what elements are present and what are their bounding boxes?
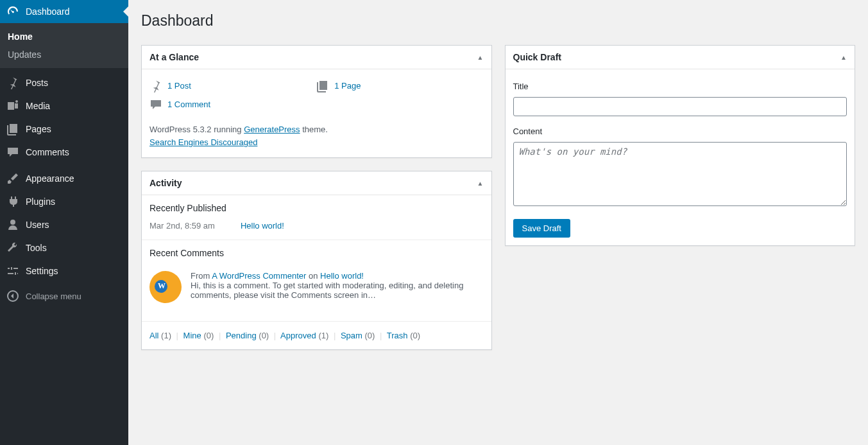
sidebar-item-dashboard[interactable]: Dashboard: [0, 0, 128, 23]
widget-header[interactable]: Quick Draft ▲: [506, 46, 855, 69]
sidebar-item-appearance[interactable]: Appearance: [0, 167, 128, 190]
count: (1): [318, 331, 328, 340]
sidebar-item-plugins[interactable]: Plugins: [0, 190, 128, 213]
filter-trash[interactable]: Trash: [387, 331, 408, 340]
theme-link[interactable]: GeneratePress: [244, 125, 300, 134]
version-text: WordPress 5.3.2 running: [149, 125, 244, 134]
count: (0): [410, 331, 420, 340]
chevron-up-icon[interactable]: ▲: [840, 54, 847, 61]
page-icon: [6, 123, 19, 135]
widget-title: Quick Draft: [513, 52, 561, 62]
page-icon: [316, 80, 329, 92]
sidebar-item-users[interactable]: Users: [0, 213, 128, 236]
media-icon: [6, 100, 19, 112]
count: (1): [161, 331, 171, 340]
widget-header[interactable]: At a Glance ▲: [142, 46, 491, 69]
recent-comments-title: Recent Comments: [142, 240, 491, 262]
widget-header[interactable]: Activity ▲: [142, 171, 491, 195]
widget-title: At a Glance: [149, 52, 199, 62]
comment-item: From A WordPress Commenter on Hello worl…: [142, 262, 491, 321]
dashboard-widgets: At a Glance ▲ 1 Post 1 Page: [141, 45, 855, 350]
widget-title: Activity: [149, 178, 182, 188]
collapse-label: Collapse menu: [26, 292, 81, 301]
draft-content-textarea[interactable]: [513, 142, 847, 206]
count: (0): [259, 331, 269, 340]
sidebar-item-label: Posts: [26, 78, 48, 88]
sidebar-item-label: Comments: [26, 147, 69, 157]
glance-stats-list: 1 Post 1 Page 1 Comment: [149, 77, 484, 114]
sidebar-item-label: Users: [26, 220, 49, 230]
sidebar-item-pages[interactable]: Pages: [0, 118, 128, 141]
quick-draft-widget: Quick Draft ▲ Title Content Save Draft: [505, 45, 856, 246]
comment-meta: From A WordPress Commenter on Hello worl…: [191, 271, 484, 281]
column-left: At a Glance ▲ 1 Post 1 Page: [141, 45, 492, 350]
sidebar-item-label: Plugins: [26, 196, 55, 207]
collapse-icon: [6, 290, 19, 302]
title-label: Title: [513, 80, 847, 94]
sidebar-submenu: Home Updates: [0, 23, 128, 68]
at-a-glance-widget: At a Glance ▲ 1 Post 1 Page: [141, 45, 492, 158]
sliders-icon: [6, 265, 19, 277]
comment-author-link[interactable]: A WordPress Commenter: [212, 271, 306, 281]
sidebar-item-comments[interactable]: Comments: [0, 141, 128, 164]
avatar: [149, 271, 182, 303]
filter-pending[interactable]: Pending: [226, 331, 257, 340]
posts-link[interactable]: 1 Post: [167, 80, 191, 93]
chevron-up-icon[interactable]: ▲: [477, 180, 484, 187]
user-icon: [6, 218, 19, 231]
activity-widget: Activity ▲ Recently Published Mar 2nd, 8…: [141, 171, 492, 350]
sidebar-sub-home[interactable]: Home: [0, 28, 128, 46]
draft-title-input[interactable]: [513, 97, 847, 116]
sidebar-item-media[interactable]: Media: [0, 94, 128, 118]
count: (0): [203, 331, 214, 340]
from-prefix: From: [191, 271, 212, 281]
collapse-menu-button[interactable]: Collapse menu: [0, 284, 128, 308]
glance-pages: 1 Page: [316, 77, 483, 96]
save-draft-button[interactable]: Save Draft: [513, 219, 570, 238]
pages-link[interactable]: 1 Page: [334, 80, 361, 93]
comment-filters: All (1) | Mine (0) | Pending (0) | Appro…: [142, 321, 491, 349]
chevron-up-icon[interactable]: ▲: [477, 54, 484, 61]
dashboard-icon: [6, 5, 19, 18]
recently-published-title: Recently Published: [142, 195, 491, 217]
sidebar-item-settings[interactable]: Settings: [0, 259, 128, 283]
sidebar-item-posts[interactable]: Posts: [0, 71, 128, 94]
sidebar-item-label: Pages: [26, 124, 51, 134]
version-suffix: theme.: [300, 125, 328, 134]
plug-icon: [6, 195, 19, 208]
wrench-icon: [6, 241, 19, 254]
column-right: Quick Draft ▲ Title Content Save Draft: [505, 45, 856, 246]
comment-excerpt: Hi, this is a comment. To get started wi…: [191, 281, 484, 300]
comment-icon: [149, 98, 162, 111]
sidebar-item-label: Tools: [26, 243, 47, 253]
comments-link[interactable]: 1 Comment: [167, 98, 210, 112]
pin-icon: [6, 76, 19, 89]
published-post-row: Mar 2nd, 8:59 am Hello world!: [142, 217, 491, 240]
filter-mine[interactable]: Mine: [183, 331, 201, 340]
sidebar-item-tools[interactable]: Tools: [0, 236, 128, 259]
glance-posts: 1 Post: [149, 77, 316, 96]
sidebar-sub-updates[interactable]: Updates: [0, 46, 128, 64]
count: (0): [365, 331, 375, 340]
brush-icon: [6, 172, 19, 185]
published-post-link[interactable]: Hello world!: [241, 221, 284, 231]
sidebar-item-label: Dashboard: [26, 6, 70, 17]
admin-sidebar: Dashboard Home Updates Posts Media Pages…: [0, 0, 128, 363]
sidebar-item-label: Media: [26, 101, 50, 111]
pin-icon: [149, 80, 162, 92]
sidebar-item-label: Settings: [26, 266, 58, 276]
filter-all[interactable]: All: [149, 331, 158, 340]
glance-footer: WordPress 5.3.2 running GeneratePress th…: [149, 123, 484, 150]
on-text: on: [306, 271, 320, 281]
filter-spam[interactable]: Spam: [341, 331, 362, 340]
search-engines-link[interactable]: Search Engines Discouraged: [149, 137, 257, 147]
comment-icon: [6, 146, 19, 159]
content-label: Content: [513, 125, 847, 139]
page-title: Dashboard: [141, 6, 855, 32]
sidebar-item-label: Appearance: [26, 173, 74, 184]
glance-comments: 1 Comment: [149, 96, 316, 114]
filter-approved[interactable]: Approved: [280, 331, 316, 340]
main-content: Dashboard At a Glance ▲ 1 Post: [128, 0, 868, 363]
comment-post-link[interactable]: Hello world!: [320, 271, 364, 281]
publish-date: Mar 2nd, 8:59 am: [149, 221, 215, 231]
